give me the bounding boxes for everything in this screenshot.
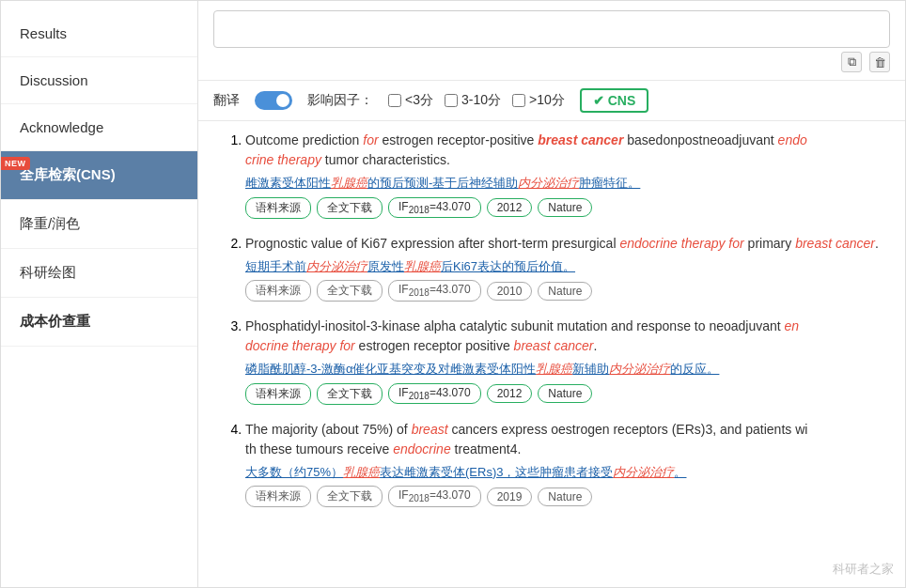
sidebar-item-jiangchong[interactable]: 降重/润色 [1,200,197,249]
if-label: 影响因子： [307,92,373,109]
result-title-4: The majority (about 75%) of breast cance… [245,420,890,459]
sidebar-item-discussion[interactable]: Discussion [1,57,197,104]
tag-journal-1[interactable]: Nature [538,198,592,217]
result-item-3: Phosphatidyl-inositol-3-kinase alpha cat… [245,317,890,405]
if-option3-label: >10分 [529,92,565,109]
cn3-red1: 乳腺癌 [536,362,572,376]
cns-button[interactable]: ✔ CNS [580,88,649,113]
tag-if-2[interactable]: IF2018=43.070 [388,280,481,301]
sidebar-item-quanku[interactable]: NEW 全库检索(CNS) [1,151,197,200]
cn2-red1: 内分泌治疗 [306,259,367,273]
result-cn-2: 短期手术前内分泌治疗原发性乳腺癌后Ki67表达的预后价值。 [245,257,890,276]
tags-row-4: 语料来源 全文下载 IF2018=43.070 2019 Nature [245,486,890,507]
title4-endo: endocrine [393,441,451,456]
search-area: ⧉ 🗑 [198,1,905,81]
title2-endo: endocrine therapy for [619,236,743,251]
tag-fulltext-4[interactable]: 全文下载 [317,486,383,507]
title1-endo: endocrine therapy [245,132,807,167]
if-option1[interactable]: <3分 [388,92,433,109]
result-title-1: Outcome prediction for estrogen receptor… [245,131,890,170]
sidebar-item-chengben-label: 成本价查重 [20,313,90,329]
sidebar-item-quanku-label: 全库检索(CNS) [20,166,116,182]
tag-fulltext-3[interactable]: 全文下载 [317,383,383,405]
title2-breast: breast cancer [795,236,875,251]
title4-breast: breast [412,422,448,437]
if-option1-checkbox[interactable] [388,94,401,107]
cn4-red1: 乳腺癌 [343,465,380,479]
tag-year-2[interactable]: 2010 [487,282,533,301]
tag-journal-3[interactable]: Nature [538,384,592,403]
sidebar-item-acknowledge-label: Acknowledge [20,119,103,135]
if-option1-label: <3分 [405,92,433,109]
main-content: ⧉ 🗑 翻译 影响因子： <3分 3-10分 [198,1,905,587]
sidebar-item-results-label: Results [20,25,67,41]
new-badge-tag: NEW [1,157,30,170]
tag-if-3[interactable]: IF2018=43.070 [388,383,481,404]
result-title-3: Phosphatidyl-inositol-3-kinase alpha cat… [245,317,890,356]
tag-year-3[interactable]: 2012 [487,384,533,403]
tag-journal-2[interactable]: Nature [538,282,592,301]
if-checkbox-group: <3分 3-10分 >10分 [388,92,565,109]
cn1-red2: 内分泌治疗 [518,176,579,190]
cn3-red2: 内分泌治疗 [609,362,670,376]
tags-row-3: 语料来源 全文下载 IF2018=43.070 2012 Nature [245,383,890,405]
results-area: Outcome prediction for estrogen receptor… [198,121,905,587]
if-option2-checkbox[interactable] [445,94,458,107]
if-option2[interactable]: 3-10分 [445,92,501,109]
tag-if-4[interactable]: IF2018=43.070 [388,486,481,506]
tags-row-1: 语料来源 全文下载 IF2018=43.070 2012 Nature [245,197,890,219]
if-option3-checkbox[interactable] [512,94,525,107]
sidebar-item-kehui[interactable]: 科研绘图 [1,249,197,298]
sidebar-item-results[interactable]: Results [1,10,197,57]
cn1-red1: 乳腺癌 [331,176,367,190]
tag-source-1[interactable]: 语料来源 [245,197,311,219]
result-item-4: The majority (about 75%) of breast cance… [245,420,890,508]
translate-label: 翻译 [213,92,240,109]
sidebar-item-chengben[interactable]: 成本价查重 [1,298,197,347]
cn2-red2: 乳腺癌 [404,259,441,273]
content-area: ⧉ 🗑 翻译 影响因子： <3分 3-10分 [198,1,905,587]
copy-icon[interactable]: ⧉ [841,52,862,72]
search-input[interactable] [213,10,890,48]
result-cn-3: 磷脂酰肌醇-3-激酶α催化亚基突变及对雌激素受体阳性乳腺癌新辅助内分泌治疗的反应… [245,360,890,379]
result-cn-1: 雌激素受体阳性乳腺癌的预后预测-基于后神经辅助内分泌治疗肿瘤特征。 [245,174,890,193]
tag-fulltext-2[interactable]: 全文下载 [317,280,383,302]
tag-fulltext-1[interactable]: 全文下载 [317,197,383,219]
title1-breast-cancer: breast cancer [538,132,623,147]
if-option3[interactable]: >10分 [512,92,565,109]
tag-source-3[interactable]: 语料来源 [245,383,311,405]
if-option2-label: 3-10分 [461,92,501,109]
tag-journal-4[interactable]: Nature [538,487,592,506]
sidebar: Results Discussion Acknowledge NEW 全库检索(… [1,1,198,587]
sidebar-item-jiangchong-label: 降重/润色 [20,215,80,231]
tags-row-2: 语料来源 全文下载 IF2018=43.070 2010 Nature [245,280,890,302]
cns-label: CNS [608,93,636,108]
tag-if-1[interactable]: IF2018=43.070 [388,197,481,218]
tag-source-2[interactable]: 语料来源 [245,280,311,302]
result-item-2: Prognostic value of Ki67 expression afte… [245,234,890,302]
cns-checkmark: ✔ [593,93,604,108]
tag-year-1[interactable]: 2012 [487,198,533,217]
delete-icon[interactable]: 🗑 [869,52,890,72]
translate-toggle[interactable] [255,91,292,110]
sidebar-item-acknowledge[interactable]: Acknowledge [1,104,197,151]
tag-year-4[interactable]: 2019 [487,487,533,506]
result-cn-4: 大多数（约75%）乳腺癌表达雌激素受体(ERs)3，这些肿瘤患者接受内分泌治疗。 [245,463,890,482]
tag-source-4[interactable]: 语料来源 [245,486,311,507]
title3-breast: breast cancer [514,338,594,353]
result-item-1: Outcome prediction for estrogen receptor… [245,131,890,219]
title1-for: for [363,132,378,147]
sidebar-item-discussion-label: Discussion [20,72,88,88]
filter-bar: 翻译 影响因子： <3分 3-10分 >10分 [198,81,905,121]
result-title-2: Prognostic value of Ki67 expression afte… [245,234,890,254]
sidebar-item-kehui-label: 科研绘图 [20,264,76,280]
cn4-red2: 内分泌治疗 [613,465,674,479]
